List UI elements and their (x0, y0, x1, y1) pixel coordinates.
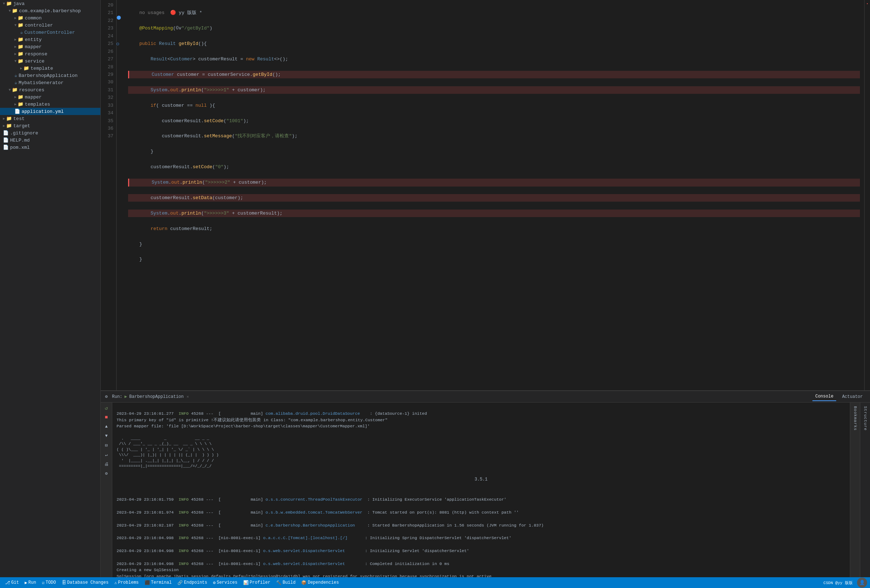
arrow-icon: ▶ (14, 37, 16, 42)
sidebar-item-target[interactable]: ▶ 📁 target (0, 122, 100, 129)
sidebar-item-label: .gitignore (10, 131, 38, 136)
db-changes-status[interactable]: 🗄 Database Changes (60, 577, 111, 588)
console-line: This primary key of "id" is primitive !不… (116, 417, 846, 423)
print-button[interactable]: 🖨 (103, 460, 110, 468)
git-label: Git (11, 580, 19, 585)
arrow-icon: ▶ (14, 52, 16, 56)
sidebar-item-label: pom.xml (10, 145, 30, 150)
console-tab[interactable]: Console (812, 392, 836, 401)
sidebar-item-mybatis[interactable]: ☕ MybatisGenerator (0, 79, 100, 86)
console-line: 2023-04-29 23:16:04.998 INFO 45268 --- [… (116, 541, 846, 554)
terminal-status[interactable]: ⬛ Terminal (143, 577, 174, 588)
run-status-label: Run (28, 580, 36, 585)
sidebar-item-java[interactable]: ▼ 📁 java (0, 0, 100, 7)
sidebar-item-gitignore[interactable]: 📄 .gitignore (0, 129, 100, 137)
code-line-22: public Result getById(){ (128, 40, 860, 48)
db-label: Database Changes (67, 580, 109, 585)
endpoints-status[interactable]: 🔗 Endpoints (175, 577, 209, 588)
console-line: 2023-04-29 23:16:02.107 INFO 45268 --- [… (116, 516, 846, 529)
todo-label: TODO (46, 580, 56, 585)
run-title-area: Run: ▶ BarbershopApplication ✕ (112, 394, 189, 399)
run-gear-icon[interactable]: ⚙ (105, 394, 107, 399)
console-line: Parsed mapper file: 'file [D:\WorkSpace\… (116, 423, 846, 429)
profiler-status[interactable]: 📊 Profiler (241, 577, 273, 588)
filter-button[interactable]: ⊟ (103, 441, 110, 449)
sidebar-item-com[interactable]: ▼ 📁 com.example.barbershop (0, 7, 100, 14)
sidebar-item-template[interactable]: ▶ 📁 template (0, 65, 100, 72)
sidebar-item-label: com.example.barbershop (19, 8, 81, 14)
sidebar-item-label: template (31, 66, 53, 71)
folder-icon: 📁 (6, 116, 12, 122)
sidebar-item-controller[interactable]: ▼ 📁 controller (0, 22, 100, 29)
code-line-24: Customer customer = customerService.getB… (128, 71, 860, 78)
sidebar-item-label: mapper (25, 44, 42, 50)
down-button[interactable]: ▼ (103, 432, 110, 440)
structure-label[interactable]: Structure (863, 404, 867, 433)
avatar-area[interactable]: 👤 (857, 578, 867, 588)
arrow-icon: ▶ (14, 95, 16, 99)
settings-button[interactable]: ⚙ (103, 469, 110, 477)
sidebar-item-entity[interactable]: ▶ 📁 entity (0, 36, 100, 43)
code-line-34: return customerResult; (128, 225, 860, 233)
csdn-info: CSDN @yy 版版 (821, 580, 856, 585)
folder-icon: 📁 (12, 87, 18, 93)
wrap-button[interactable]: ↵ (103, 451, 110, 459)
restart-button[interactable]: ↺ (103, 404, 110, 412)
folder-icon: 📁 (12, 8, 18, 14)
sidebar-item-barbershop-app[interactable]: ☕ BarbershopApplication (0, 72, 100, 79)
dependencies-icon: 📦 (301, 580, 307, 585)
run-close-icon[interactable]: ✕ (187, 394, 189, 399)
stop-button[interactable]: ■ (103, 413, 110, 421)
sidebar-item-test[interactable]: ▶ 📁 test (0, 115, 100, 122)
folder-icon: 📁 (18, 94, 23, 100)
run-label: Run: (112, 394, 122, 399)
up-button[interactable]: ▲ (103, 423, 110, 431)
build-status[interactable]: 🔨 Build (274, 577, 298, 588)
terminal-label: Terminal (151, 580, 172, 585)
actuator-tab[interactable]: Actuator (839, 393, 866, 401)
console-line: 2023-04-29 23:16:01.759 INFO 45268 --- [… (116, 490, 846, 503)
sidebar-item-response[interactable]: ▶ 📁 response (0, 50, 100, 58)
arrow-icon: ▼ (3, 2, 5, 6)
folder-icon: 📁 (23, 65, 29, 71)
code-line-33: System.out.println(">>>>>>3" + customerR… (128, 209, 860, 217)
dependencies-status[interactable]: 📦 Dependencies (299, 577, 341, 588)
problems-status[interactable]: ⚠ Problems (112, 577, 141, 588)
services-status[interactable]: ⚙ Services (211, 577, 240, 588)
console-line-blank (116, 484, 846, 490)
sidebar-item-label: application.yml (22, 109, 64, 114)
bookmarks-icon[interactable]: Bookmarks (853, 404, 857, 433)
console-line: 2023-04-29 23:16:04.998 INFO 45268 --- [… (116, 529, 846, 542)
console-right-toolbar: Bookmarks (850, 402, 860, 577)
sidebar-item-mapper[interactable]: ▶ 📁 mapper (0, 43, 100, 50)
xml-file-icon: 📄 (3, 144, 9, 150)
run-status[interactable]: ▶ Run (23, 577, 39, 588)
sidebar-item-customer-controller[interactable]: ☕ CustomerController (0, 29, 100, 36)
sidebar-item-templates[interactable]: ▶ 📁 templates (0, 101, 100, 108)
sidebar-item-resources[interactable]: ▼ 📁 resources (0, 86, 100, 94)
code-line-32: customerResult.setData(customer); (128, 194, 860, 202)
sidebar-item-label: target (13, 123, 30, 129)
yml-file-icon: 📄 (14, 108, 20, 114)
sidebar-item-pom-xml[interactable]: 📄 pom.xml (0, 144, 100, 151)
console-left-toolbar: ↺ ■ ▲ ▼ ⊟ ↵ 🖨 ⚙ (101, 402, 112, 577)
sidebar-item-common[interactable]: ▶ 📁 common (0, 14, 100, 22)
console-output[interactable]: 2023-04-29 23:16:01.277 INFO 45268 --- [… (112, 402, 850, 577)
sidebar-item-label: BarbershopApplication (19, 73, 78, 78)
git-status[interactable]: ⎇ Git (3, 577, 21, 588)
endpoints-label: Endpoints (184, 580, 207, 585)
sidebar-item-mapper2[interactable]: ▶ 📁 mapper (0, 94, 100, 101)
sidebar-item-application-yml[interactable]: 📄 application.yml (0, 108, 100, 115)
todo-status[interactable]: ☑ TODO (40, 577, 58, 588)
code-line-21: @PostMapping(©v"/getById") (128, 24, 860, 32)
problems-icon: ⚠ (115, 580, 117, 585)
sidebar-item-service[interactable]: ▼ 📁 service (0, 58, 100, 65)
code-line-25: System.out.println(">>>>>>1" + customer)… (128, 86, 860, 94)
sidebar-item-label: service (25, 59, 45, 64)
code-content[interactable]: no usages 🔴 yy 版版 * @PostMapping(©v"/get… (124, 0, 864, 391)
code-editor: 20 21 22 23 24 25 26 27 28 29 30 31 32 3… (101, 0, 870, 391)
sidebar-item-help-md[interactable]: 📄 HELP.md (0, 137, 100, 144)
arrow-icon: ▼ (9, 9, 11, 13)
structure-panel: Structure (860, 402, 870, 577)
console-line: 2023-04-29 23:16:04.998 INFO 45268 --- [… (116, 554, 846, 567)
